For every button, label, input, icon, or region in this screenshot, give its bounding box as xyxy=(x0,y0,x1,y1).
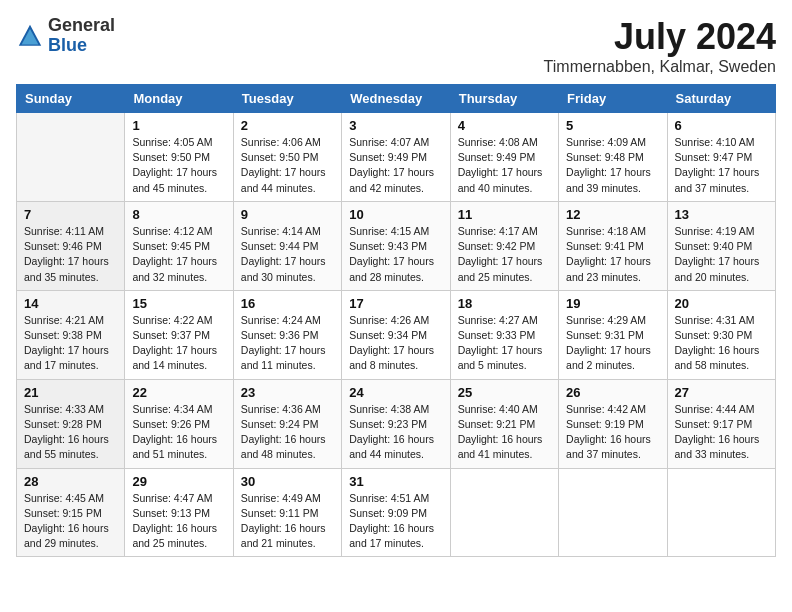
day-number: 20 xyxy=(675,296,768,311)
day-number: 19 xyxy=(566,296,659,311)
day-info: Sunrise: 4:31 AM Sunset: 9:30 PM Dayligh… xyxy=(675,313,768,374)
day-cell: 15Sunrise: 4:22 AM Sunset: 9:37 PM Dayli… xyxy=(125,290,233,379)
day-cell: 6Sunrise: 4:10 AM Sunset: 9:47 PM Daylig… xyxy=(667,113,775,202)
day-info: Sunrise: 4:33 AM Sunset: 9:28 PM Dayligh… xyxy=(24,402,117,463)
day-number: 14 xyxy=(24,296,117,311)
day-cell xyxy=(450,468,558,557)
day-number: 16 xyxy=(241,296,334,311)
day-info: Sunrise: 4:38 AM Sunset: 9:23 PM Dayligh… xyxy=(349,402,442,463)
header: General Blue July 2024 Timmernabben, Kal… xyxy=(16,16,776,76)
day-info: Sunrise: 4:24 AM Sunset: 9:36 PM Dayligh… xyxy=(241,313,334,374)
day-number: 6 xyxy=(675,118,768,133)
logo-blue: Blue xyxy=(48,36,115,56)
calendar-table: Sunday Monday Tuesday Wednesday Thursday… xyxy=(16,84,776,557)
day-info: Sunrise: 4:19 AM Sunset: 9:40 PM Dayligh… xyxy=(675,224,768,285)
day-number: 13 xyxy=(675,207,768,222)
day-number: 27 xyxy=(675,385,768,400)
day-number: 17 xyxy=(349,296,442,311)
day-number: 3 xyxy=(349,118,442,133)
day-number: 7 xyxy=(24,207,117,222)
day-number: 28 xyxy=(24,474,117,489)
day-info: Sunrise: 4:11 AM Sunset: 9:46 PM Dayligh… xyxy=(24,224,117,285)
day-cell: 22Sunrise: 4:34 AM Sunset: 9:26 PM Dayli… xyxy=(125,379,233,468)
day-number: 29 xyxy=(132,474,225,489)
day-cell: 14Sunrise: 4:21 AM Sunset: 9:38 PM Dayli… xyxy=(17,290,125,379)
day-cell: 7Sunrise: 4:11 AM Sunset: 9:46 PM Daylig… xyxy=(17,201,125,290)
day-number: 10 xyxy=(349,207,442,222)
day-number: 24 xyxy=(349,385,442,400)
day-cell: 20Sunrise: 4:31 AM Sunset: 9:30 PM Dayli… xyxy=(667,290,775,379)
day-number: 22 xyxy=(132,385,225,400)
day-info: Sunrise: 4:51 AM Sunset: 9:09 PM Dayligh… xyxy=(349,491,442,552)
day-info: Sunrise: 4:36 AM Sunset: 9:24 PM Dayligh… xyxy=(241,402,334,463)
month-title: July 2024 xyxy=(544,16,776,58)
day-cell: 1Sunrise: 4:05 AM Sunset: 9:50 PM Daylig… xyxy=(125,113,233,202)
day-info: Sunrise: 4:18 AM Sunset: 9:41 PM Dayligh… xyxy=(566,224,659,285)
day-number: 2 xyxy=(241,118,334,133)
col-monday: Monday xyxy=(125,85,233,113)
col-thursday: Thursday xyxy=(450,85,558,113)
day-info: Sunrise: 4:12 AM Sunset: 9:45 PM Dayligh… xyxy=(132,224,225,285)
day-cell: 8Sunrise: 4:12 AM Sunset: 9:45 PM Daylig… xyxy=(125,201,233,290)
day-number: 18 xyxy=(458,296,551,311)
day-cell: 4Sunrise: 4:08 AM Sunset: 9:49 PM Daylig… xyxy=(450,113,558,202)
day-number: 21 xyxy=(24,385,117,400)
day-number: 5 xyxy=(566,118,659,133)
day-cell: 30Sunrise: 4:49 AM Sunset: 9:11 PM Dayli… xyxy=(233,468,341,557)
day-info: Sunrise: 4:21 AM Sunset: 9:38 PM Dayligh… xyxy=(24,313,117,374)
day-cell: 18Sunrise: 4:27 AM Sunset: 9:33 PM Dayli… xyxy=(450,290,558,379)
col-wednesday: Wednesday xyxy=(342,85,450,113)
header-row: Sunday Monday Tuesday Wednesday Thursday… xyxy=(17,85,776,113)
day-info: Sunrise: 4:09 AM Sunset: 9:48 PM Dayligh… xyxy=(566,135,659,196)
day-number: 15 xyxy=(132,296,225,311)
day-number: 1 xyxy=(132,118,225,133)
day-info: Sunrise: 4:27 AM Sunset: 9:33 PM Dayligh… xyxy=(458,313,551,374)
day-info: Sunrise: 4:05 AM Sunset: 9:50 PM Dayligh… xyxy=(132,135,225,196)
day-cell xyxy=(17,113,125,202)
day-cell: 24Sunrise: 4:38 AM Sunset: 9:23 PM Dayli… xyxy=(342,379,450,468)
logo-general: General xyxy=(48,16,115,36)
day-cell: 11Sunrise: 4:17 AM Sunset: 9:42 PM Dayli… xyxy=(450,201,558,290)
logo-icon xyxy=(16,22,44,50)
day-cell xyxy=(559,468,667,557)
day-info: Sunrise: 4:49 AM Sunset: 9:11 PM Dayligh… xyxy=(241,491,334,552)
day-cell: 29Sunrise: 4:47 AM Sunset: 9:13 PM Dayli… xyxy=(125,468,233,557)
day-number: 25 xyxy=(458,385,551,400)
day-cell: 28Sunrise: 4:45 AM Sunset: 9:15 PM Dayli… xyxy=(17,468,125,557)
day-number: 9 xyxy=(241,207,334,222)
day-info: Sunrise: 4:22 AM Sunset: 9:37 PM Dayligh… xyxy=(132,313,225,374)
day-cell: 31Sunrise: 4:51 AM Sunset: 9:09 PM Dayli… xyxy=(342,468,450,557)
day-info: Sunrise: 4:47 AM Sunset: 9:13 PM Dayligh… xyxy=(132,491,225,552)
col-sunday: Sunday xyxy=(17,85,125,113)
day-cell: 19Sunrise: 4:29 AM Sunset: 9:31 PM Dayli… xyxy=(559,290,667,379)
day-info: Sunrise: 4:17 AM Sunset: 9:42 PM Dayligh… xyxy=(458,224,551,285)
day-info: Sunrise: 4:08 AM Sunset: 9:49 PM Dayligh… xyxy=(458,135,551,196)
day-cell: 21Sunrise: 4:33 AM Sunset: 9:28 PM Dayli… xyxy=(17,379,125,468)
day-cell: 12Sunrise: 4:18 AM Sunset: 9:41 PM Dayli… xyxy=(559,201,667,290)
day-cell: 10Sunrise: 4:15 AM Sunset: 9:43 PM Dayli… xyxy=(342,201,450,290)
day-info: Sunrise: 4:15 AM Sunset: 9:43 PM Dayligh… xyxy=(349,224,442,285)
week-row-5: 28Sunrise: 4:45 AM Sunset: 9:15 PM Dayli… xyxy=(17,468,776,557)
week-row-1: 1Sunrise: 4:05 AM Sunset: 9:50 PM Daylig… xyxy=(17,113,776,202)
day-info: Sunrise: 4:07 AM Sunset: 9:49 PM Dayligh… xyxy=(349,135,442,196)
day-number: 8 xyxy=(132,207,225,222)
day-cell: 16Sunrise: 4:24 AM Sunset: 9:36 PM Dayli… xyxy=(233,290,341,379)
day-cell: 17Sunrise: 4:26 AM Sunset: 9:34 PM Dayli… xyxy=(342,290,450,379)
day-cell: 25Sunrise: 4:40 AM Sunset: 9:21 PM Dayli… xyxy=(450,379,558,468)
day-number: 23 xyxy=(241,385,334,400)
day-number: 30 xyxy=(241,474,334,489)
logo-text: General Blue xyxy=(48,16,115,56)
week-row-4: 21Sunrise: 4:33 AM Sunset: 9:28 PM Dayli… xyxy=(17,379,776,468)
day-info: Sunrise: 4:29 AM Sunset: 9:31 PM Dayligh… xyxy=(566,313,659,374)
day-info: Sunrise: 4:14 AM Sunset: 9:44 PM Dayligh… xyxy=(241,224,334,285)
day-number: 12 xyxy=(566,207,659,222)
day-info: Sunrise: 4:42 AM Sunset: 9:19 PM Dayligh… xyxy=(566,402,659,463)
day-info: Sunrise: 4:26 AM Sunset: 9:34 PM Dayligh… xyxy=(349,313,442,374)
day-cell: 5Sunrise: 4:09 AM Sunset: 9:48 PM Daylig… xyxy=(559,113,667,202)
day-cell: 9Sunrise: 4:14 AM Sunset: 9:44 PM Daylig… xyxy=(233,201,341,290)
week-row-2: 7Sunrise: 4:11 AM Sunset: 9:46 PM Daylig… xyxy=(17,201,776,290)
day-number: 31 xyxy=(349,474,442,489)
col-tuesday: Tuesday xyxy=(233,85,341,113)
title-area: July 2024 Timmernabben, Kalmar, Sweden xyxy=(544,16,776,76)
day-cell: 2Sunrise: 4:06 AM Sunset: 9:50 PM Daylig… xyxy=(233,113,341,202)
